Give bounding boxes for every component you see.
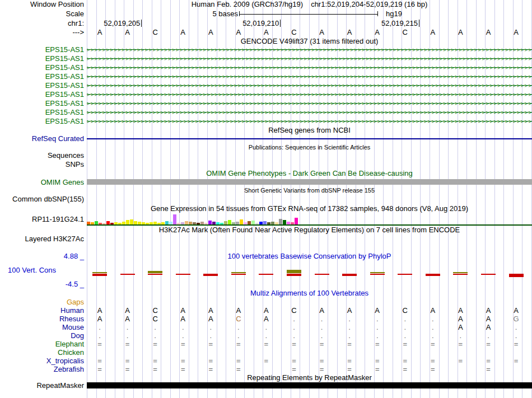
phylop-negative-bar[interactable]: [287, 274, 301, 276]
coordinate-ruler[interactable]: 52,019,20552,019,21052,019,215: [87, 18, 532, 28]
species-alignment-zebrafish[interactable]: =============: [87, 365, 532, 373]
phylop-negative-bar[interactable]: [148, 274, 162, 275]
phylop-positive-bar[interactable]: [370, 272, 385, 273]
gencode-item-label[interactable]: EPS15-AS1: [0, 45, 87, 54]
omim-genes-label[interactable]: OMIM Genes: [0, 178, 87, 186]
species-alignment-chicken[interactable]: [87, 348, 532, 357]
phylop-negative-bar[interactable]: [231, 274, 246, 275]
species-label-x_tropicalis[interactable]: X_tropicalis: [0, 357, 87, 365]
coordinate-tick: [419, 20, 419, 27]
species-label-human[interactable]: Human: [0, 306, 87, 315]
repeatmasker-title[interactable]: Repeating Elements by RepeatMasker: [87, 373, 532, 382]
phylop-positive-bar[interactable]: [92, 272, 107, 273]
species-alignment-elephant[interactable]: ================: [87, 340, 532, 348]
gtex-tissue-bar[interactable]: [240, 219, 243, 224]
phylop-negative-bar[interactable]: [203, 274, 218, 276]
phylop-negative-bar[interactable]: [509, 274, 524, 277]
refseq-curated-line[interactable]: [87, 138, 532, 139]
gtex-tissue-bar[interactable]: [295, 218, 298, 224]
phylop-title[interactable]: 100 vertebrates Basewise Conservation by…: [87, 252, 532, 261]
gencode-item-label[interactable]: EPS15-AS1: [0, 72, 87, 81]
gtex-gene-label[interactable]: RP11-191G24.1: [0, 213, 87, 226]
refseq-title[interactable]: RefSeq genes from NCBI: [87, 126, 532, 134]
publications-title[interactable]: Publications: Sequences in Scientific Ar…: [87, 143, 532, 151]
species-label-chicken[interactable]: Chicken: [0, 348, 87, 357]
alignment-cell: .: [348, 323, 351, 331]
alignment-cell: C: [152, 306, 157, 315]
coordinate-number: 52,019,210: [242, 18, 279, 28]
species-label-elephant[interactable]: Elephant: [0, 340, 87, 348]
gtex-tissue-bar[interactable]: [279, 219, 282, 224]
phylop-positive-bar[interactable]: [231, 272, 246, 273]
alignment-cell: =: [153, 340, 157, 348]
species-label-dog[interactable]: Dog: [0, 331, 87, 340]
phylop-negative-bar[interactable]: [370, 274, 385, 275]
gtex-tissue-bar[interactable]: [126, 220, 129, 224]
multiz-title[interactable]: Multiz Alignments of 100 Vertebrates: [87, 289, 532, 298]
species-alignment-human[interactable]: AACAAAACAAACAAAA: [87, 306, 532, 315]
gtex-tissue-bar[interactable]: [283, 220, 286, 224]
gencode-item-label[interactable]: EPS15-AS1: [0, 90, 87, 99]
sequence-ruler[interactable]: AACAAAACAAACAAAA: [87, 28, 532, 37]
gencode-item-label[interactable]: EPS15-AS1: [0, 54, 87, 63]
gaps-row: Gaps: [0, 298, 532, 306]
dbsnp-title[interactable]: Short Genetic Variants from dbSNP releas…: [87, 186, 532, 195]
gtex-tissue-bar[interactable]: [208, 221, 212, 224]
gencode-item-label[interactable]: EPS15-AS1: [0, 81, 87, 90]
phylop-negative-bar[interactable]: [481, 274, 496, 275]
phylop-negative-bar[interactable]: [342, 274, 357, 276]
h3k27ac-label[interactable]: Layered H3K27Ac: [0, 235, 87, 243]
repeatmasker-bar[interactable]: [87, 382, 532, 388]
species-alignment-rhesus[interactable]: AACAACA......AAG: [87, 315, 532, 323]
species-alignment-x_tropicalis[interactable]: ================: [87, 357, 532, 365]
phylop-positive-bar[interactable]: [453, 272, 468, 273]
spacer-label: [0, 390, 87, 398]
gtex-title[interactable]: Gene Expression in 54 tissues from GTEx …: [87, 204, 532, 213]
phylop-negative-bar[interactable]: [176, 274, 190, 275]
repeatmasker-label[interactable]: RepeatMasker: [0, 382, 87, 390]
phylop-negative-bar[interactable]: [259, 274, 273, 275]
omim-title[interactable]: OMIM Gene Phenotypes - Dark Green Can Be…: [87, 169, 532, 178]
phylop-negative-bar[interactable]: [315, 274, 329, 275]
gtex-bar-chart[interactable]: [87, 214, 298, 224]
coordinate-number: 52,019,205: [104, 18, 140, 28]
species-label-zebrafish[interactable]: Zebrafish: [0, 365, 87, 373]
phylop-positive-bar[interactable]: [148, 271, 162, 273]
alignment-cell: .: [376, 315, 379, 323]
gtex-tissue-bar[interactable]: [251, 221, 255, 224]
species-alignment-mouse[interactable]: .............AA.: [87, 323, 532, 331]
alignment-cell: =: [320, 357, 324, 365]
phylop-negative-bar[interactable]: [92, 274, 107, 276]
species-label-rhesus[interactable]: Rhesus: [0, 315, 87, 323]
gtex-tissue-bar[interactable]: [228, 220, 231, 224]
phylop-negative-bar[interactable]: [453, 274, 468, 275]
gencode-item-label[interactable]: EPS15-AS1: [0, 99, 87, 108]
gtex-tissue-bar[interactable]: [130, 219, 133, 224]
snps-label[interactable]: SNPs: [0, 160, 87, 169]
gtex-tissue-bar[interactable]: [173, 214, 176, 224]
h3k27ac-track: [87, 235, 532, 243]
gaps-label[interactable]: Gaps: [0, 298, 87, 306]
species-label-mouse[interactable]: Mouse: [0, 323, 87, 331]
dbsnp-label[interactable]: Common dbSNP(155): [0, 195, 87, 204]
gencode-item-label[interactable]: EPS15-AS1: [0, 63, 87, 72]
sequences-label[interactable]: Sequences: [0, 151, 87, 160]
phylop-track-label[interactable]: 100 Vert. Cons: [0, 261, 87, 280]
species-alignment-dog[interactable]: ................: [87, 331, 532, 340]
omim-gene-bar[interactable]: [87, 179, 532, 185]
phylop-negative-bar[interactable]: [398, 274, 412, 275]
refseq-curated-label[interactable]: RefSeq Curated: [0, 134, 87, 143]
alignment-cell: A: [180, 306, 185, 315]
gencode-item-label[interactable]: EPS15-AS1: [0, 108, 87, 117]
species-row: RhesusAACAACA......AAG: [0, 315, 532, 323]
phylop-positive-bar[interactable]: [287, 270, 301, 273]
gencode-title[interactable]: GENCODE V49lift37 (31 items filtered out…: [87, 37, 532, 45]
alignment-cell: A: [236, 306, 241, 315]
phylop-wiggle-track[interactable]: [87, 261, 532, 280]
phylop-negative-bar[interactable]: [120, 274, 135, 275]
alignment-cell: A: [319, 306, 324, 315]
h3k27ac-title[interactable]: H3K27Ac Mark (Often Found Near Active Re…: [87, 226, 532, 235]
phylop-negative-bar[interactable]: [426, 274, 440, 276]
gencode-item-label[interactable]: EPS15-AS1: [0, 117, 87, 126]
gtex-row: RP11-191G24.1: [0, 213, 532, 226]
